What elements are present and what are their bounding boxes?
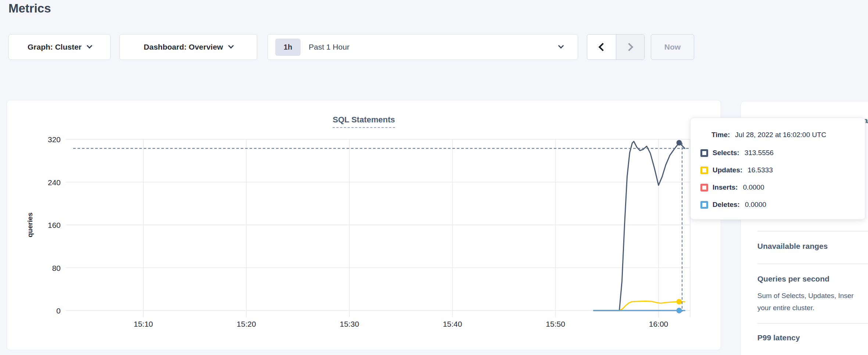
tooltip-series-row: Updates: 16.5333 [691, 165, 773, 175]
svg-text:0: 0 [56, 306, 61, 315]
dashboard-dropdown-label: Dashboard: Overview [144, 43, 223, 51]
now-button[interactable]: Now [651, 34, 694, 60]
tooltip-series-value: 313.5556 [745, 149, 774, 157]
svg-text:15:30: 15:30 [340, 320, 359, 328]
tooltip-series-value: 16.5333 [747, 166, 773, 174]
chart-title-wrap: SQL Statements [7, 115, 721, 128]
time-range-label: Past 1 Hour [309, 43, 349, 51]
svg-text:80: 80 [52, 264, 61, 272]
sidebar-divider [757, 231, 868, 232]
chart-title[interactable]: SQL Statements [333, 115, 395, 128]
tooltip-time-row: Time: Jul 28, 2022 at 16:02:00 UTC [691, 130, 826, 140]
tooltip-series-row: Selects: 313.5556 [691, 148, 774, 158]
sidebar-divider [757, 263, 868, 264]
tooltip-series-value: 0.0000 [743, 183, 764, 191]
svg-text:160: 160 [48, 221, 61, 229]
page-title: Metrics [8, 1, 51, 15]
tooltip-series-label: Deletes: [713, 201, 740, 209]
svg-text:queries: queries [26, 212, 34, 237]
sidebar-item-p99-latency: P99 latency [757, 333, 800, 342]
selects-legend-swatch [700, 149, 708, 157]
tooltip-series-value: 0.0000 [745, 201, 766, 209]
graph-scope-dropdown[interactable]: Graph: Cluster [8, 34, 111, 60]
chevron-left-icon [598, 43, 607, 51]
sql-statements-card: 08016024032015:1015:2015:3015:4015:5016:… [7, 100, 721, 350]
tooltip-series-row: Deletes: 0.0000 [691, 200, 766, 209]
sidebar-item-description: your entire cluster. [757, 302, 814, 314]
svg-text:320: 320 [48, 135, 61, 144]
svg-text:16:00: 16:00 [649, 320, 668, 328]
metrics-page: Metrics Graph: Cluster Dashboard: Overvi… [0, 0, 868, 355]
svg-text:240: 240 [48, 178, 61, 187]
svg-text:15:10: 15:10 [134, 320, 153, 328]
prev-time-window-button[interactable] [587, 35, 616, 60]
chevron-down-icon [558, 43, 564, 49]
svg-text:15:20: 15:20 [237, 320, 256, 328]
time-range-badge: 1h [275, 39, 301, 56]
updates-legend-swatch [700, 166, 708, 174]
chevron-down-icon [228, 43, 234, 49]
inserts-legend-swatch [700, 184, 708, 191]
tooltip-series-label: Updates: [713, 166, 742, 174]
sidebar-item-unavailable-ranges: Unavailable ranges [757, 242, 828, 251]
time-range-dropdown[interactable]: 1h Past 1 Hour [268, 34, 578, 60]
sidebar-divider [757, 323, 868, 324]
deletes-legend-swatch [700, 201, 708, 209]
tooltip-time-label: Time: [711, 131, 730, 139]
sidebar-item-description: Sum of Selects, Updates, Inser [757, 290, 854, 302]
tooltip-series-label: Selects: [713, 149, 739, 157]
tooltip-series-row: Inserts: 0.0000 [691, 183, 764, 192]
graph-scope-dropdown-label: Graph: Cluster [28, 43, 82, 51]
svg-text:15:50: 15:50 [546, 320, 565, 328]
chart-hover-tooltip: Time: Jul 28, 2022 at 16:02:00 UTC Selec… [690, 118, 865, 220]
svg-text:15:40: 15:40 [443, 320, 462, 328]
chevron-down-icon [87, 43, 93, 49]
tooltip-series-label: Inserts: [713, 183, 738, 191]
sidebar-item-queries-per-second: Queries per second [757, 275, 829, 283]
dashboard-dropdown[interactable]: Dashboard: Overview [119, 34, 257, 60]
next-time-window-button[interactable] [616, 35, 645, 60]
time-window-nav [587, 34, 645, 60]
tooltip-time-value: Jul 28, 2022 at 16:02:00 UTC [735, 131, 826, 139]
sql-statements-chart[interactable]: 08016024032015:1015:2015:3015:4015:5016:… [7, 100, 721, 351]
chevron-right-icon [625, 43, 633, 51]
